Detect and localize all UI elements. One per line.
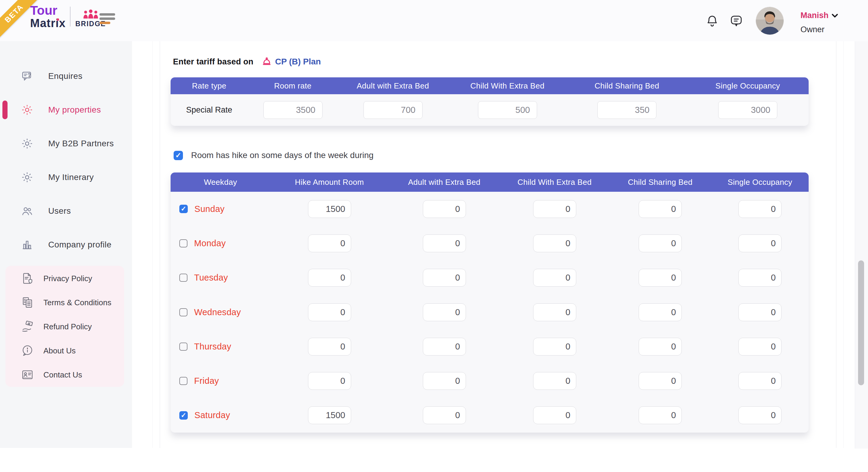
weekday-checkbox[interactable]: ✓ bbox=[179, 343, 187, 351]
hike-input-friday-4[interactable] bbox=[639, 372, 682, 390]
hike-input-monday-1[interactable] bbox=[308, 235, 351, 252]
users-icon bbox=[21, 205, 33, 217]
sidebar-item-enquires[interactable]: Enquires bbox=[0, 68, 132, 85]
app-header: BETA Tour Matrix BRIDGE bbox=[0, 0, 868, 41]
refund-icon bbox=[21, 320, 34, 333]
column-header: Room rate bbox=[248, 81, 338, 91]
hike-checkbox[interactable]: ✓ bbox=[174, 151, 183, 160]
sidebar-item-refund-policy[interactable]: Refund Policy bbox=[5, 319, 124, 334]
weekday-checkbox[interactable]: ✓ bbox=[179, 205, 188, 213]
sidebar-item-about-us[interactable]: About Us bbox=[5, 343, 124, 358]
hike-input-wednesday-4[interactable] bbox=[639, 303, 682, 321]
meal-plan-icon bbox=[261, 55, 272, 68]
sidebar-item-my-itinerary[interactable]: My Itinerary bbox=[0, 169, 132, 186]
rate-input-single-occupancy[interactable] bbox=[718, 101, 777, 119]
hike-input-wednesday-2[interactable] bbox=[423, 303, 466, 321]
hike-input-thursday-4[interactable] bbox=[639, 338, 682, 356]
hike-input-tuesday-3[interactable] bbox=[533, 269, 576, 286]
hike-input-wednesday-1[interactable] bbox=[308, 303, 351, 321]
contact-icon bbox=[21, 368, 34, 381]
weekday-checkbox[interactable]: ✓ bbox=[179, 239, 187, 247]
hike-table: Weekday Hike Amount Room Adult with Extr… bbox=[170, 172, 809, 433]
weekday-checkbox[interactable]: ✓ bbox=[179, 411, 188, 419]
weekday-row-sunday: ✓ Sunday bbox=[170, 192, 809, 226]
hike-input-monday-5[interactable] bbox=[738, 235, 781, 252]
page-title: Enter tariff based on bbox=[173, 57, 253, 67]
hike-input-tuesday-4[interactable] bbox=[639, 269, 682, 286]
hike-input-sunday-1[interactable] bbox=[308, 200, 351, 218]
meal-plan-link[interactable]: CP (B) Plan bbox=[261, 55, 321, 68]
hike-input-thursday-5[interactable] bbox=[738, 338, 781, 356]
hike-input-monday-4[interactable] bbox=[639, 235, 682, 252]
weekday-row-thursday: ✓ Thursday bbox=[170, 329, 809, 364]
weekday-label: Tuesday bbox=[194, 273, 228, 283]
user-menu-trigger[interactable]: Manish bbox=[801, 11, 838, 20]
rate-input-child-sharing-bed[interactable] bbox=[597, 101, 656, 119]
rate-type-label: Special Rate bbox=[186, 105, 232, 115]
column-header: Single Occupancy bbox=[711, 178, 809, 187]
hike-input-thursday-3[interactable] bbox=[533, 338, 576, 356]
tariff-heading-row: Enter tariff based on CP (B) Plan bbox=[173, 55, 321, 68]
weekday-checkbox[interactable]: ✓ bbox=[179, 377, 187, 385]
rate-table: Rate type Room rate Adult with Extra Bed… bbox=[170, 77, 809, 126]
hike-input-saturday-5[interactable] bbox=[738, 406, 781, 424]
chat-question-icon bbox=[21, 70, 33, 82]
hike-input-tuesday-2[interactable] bbox=[423, 269, 466, 286]
weekday-row-wednesday: ✓ Wednesday bbox=[170, 295, 809, 329]
rate-input-adult-with-extra-bed[interactable] bbox=[364, 101, 423, 119]
logo-matrix: Matrix bbox=[30, 18, 66, 29]
scrollbar-thumb[interactable] bbox=[858, 260, 864, 385]
sidebar-item-contact-us[interactable]: Contact Us bbox=[5, 368, 124, 382]
sidebar-item-company-profile[interactable]: Company profile bbox=[0, 236, 132, 253]
user-name: Manish bbox=[801, 11, 829, 20]
hike-input-sunday-3[interactable] bbox=[533, 200, 576, 218]
rate-table-row: Special Rate bbox=[170, 94, 809, 126]
hike-input-monday-3[interactable] bbox=[533, 235, 576, 252]
hike-toggle[interactable]: ✓ Room has hike on some days of the week… bbox=[174, 150, 373, 160]
hike-input-thursday-2[interactable] bbox=[423, 338, 466, 356]
column-header: Weekday bbox=[170, 178, 270, 187]
column-header: Single Occupancy bbox=[687, 81, 809, 91]
sidebar-item-terms-conditions[interactable]: Terms & Conditions bbox=[5, 295, 124, 310]
hike-input-wednesday-5[interactable] bbox=[738, 303, 781, 321]
rate-input-child-with-extra-bed[interactable] bbox=[478, 101, 537, 119]
sidebar-item-users[interactable]: Users bbox=[0, 203, 132, 220]
hike-input-wednesday-3[interactable] bbox=[533, 303, 576, 321]
company-icon bbox=[21, 239, 33, 251]
hike-input-saturday-1[interactable] bbox=[308, 406, 351, 424]
hike-input-monday-2[interactable] bbox=[423, 235, 466, 252]
column-header: Child With Extra Bed bbox=[448, 81, 567, 91]
hike-input-friday-3[interactable] bbox=[533, 372, 576, 390]
gear-icon bbox=[21, 171, 33, 183]
column-header: Hike Amount Room bbox=[270, 178, 389, 187]
rate-input-room-rate[interactable] bbox=[264, 101, 322, 119]
hike-input-sunday-2[interactable] bbox=[423, 200, 466, 218]
avatar[interactable] bbox=[756, 7, 784, 35]
hike-input-tuesday-5[interactable] bbox=[738, 269, 781, 286]
sidebar-item-privacy-policy[interactable]: Privacy Policy bbox=[5, 271, 124, 286]
notifications-button[interactable] bbox=[705, 14, 719, 28]
weekday-label: Thursday bbox=[194, 342, 231, 351]
hike-input-thursday-1[interactable] bbox=[308, 338, 351, 356]
sidebar-item-my-b2b-partners[interactable]: My B2B Partners bbox=[0, 135, 132, 152]
hike-input-friday-1[interactable] bbox=[308, 372, 351, 390]
hike-input-friday-5[interactable] bbox=[738, 372, 781, 390]
chevron-down-icon bbox=[832, 13, 838, 18]
sidebar-item-my-properties[interactable]: My properties bbox=[0, 101, 132, 118]
weekday-checkbox[interactable]: ✓ bbox=[179, 308, 187, 316]
hike-input-saturday-4[interactable] bbox=[639, 406, 682, 424]
weekday-checkbox[interactable]: ✓ bbox=[179, 274, 187, 282]
weekday-label: Saturday bbox=[194, 410, 230, 420]
messages-button[interactable] bbox=[730, 14, 743, 28]
panel-guide-right bbox=[843, 41, 844, 448]
hike-input-tuesday-1[interactable] bbox=[308, 269, 351, 286]
check-icon: ✓ bbox=[181, 412, 186, 419]
hike-input-saturday-2[interactable] bbox=[423, 406, 466, 424]
hike-input-sunday-4[interactable] bbox=[639, 200, 682, 218]
check-icon: ✓ bbox=[181, 206, 186, 212]
hike-input-friday-2[interactable] bbox=[423, 372, 466, 390]
logo-divider bbox=[70, 7, 70, 27]
hike-input-saturday-3[interactable] bbox=[533, 406, 576, 424]
menu-button[interactable] bbox=[99, 13, 115, 24]
hike-input-sunday-5[interactable] bbox=[738, 200, 781, 218]
